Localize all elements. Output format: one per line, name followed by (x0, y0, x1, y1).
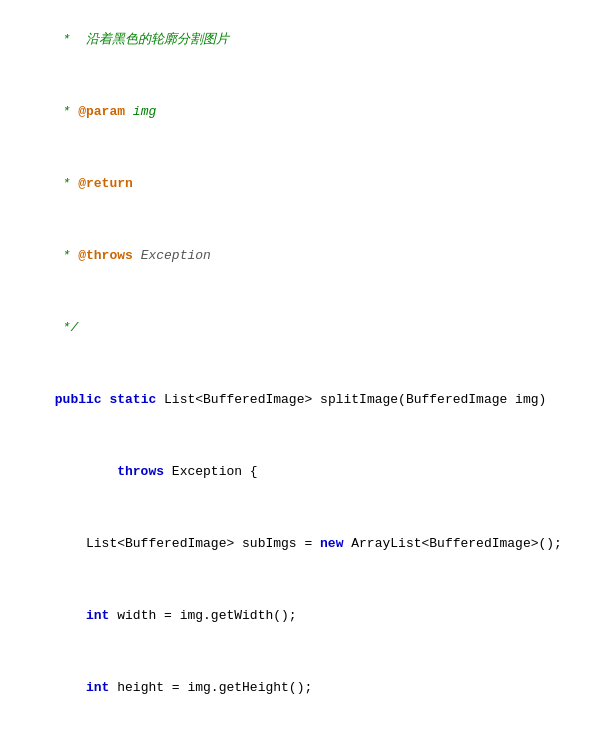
code-line-6: public static List<BufferedImage> splitI… (0, 364, 609, 436)
code-line-8: List<BufferedImage> subImgs = new ArrayL… (0, 508, 609, 580)
code-line-4: * @throws Exception (0, 220, 609, 292)
code-line-3: * @return (0, 148, 609, 220)
code-line-11: List<Integer> weightlist = new ArrayList… (0, 724, 609, 748)
code-line-7: throws Exception { (0, 436, 609, 508)
code-line-5: */ (0, 292, 609, 364)
code-line-10: int height = img.getHeight(); (0, 652, 609, 724)
code-container: * 沿着黑色的轮廓分割图片 * @param img * @return * @… (0, 0, 609, 748)
code-line-1: * 沿着黑色的轮廓分割图片 (0, 4, 609, 76)
code-line-9: int width = img.getWidth(); (0, 580, 609, 652)
code-line-2: * @param img (0, 76, 609, 148)
